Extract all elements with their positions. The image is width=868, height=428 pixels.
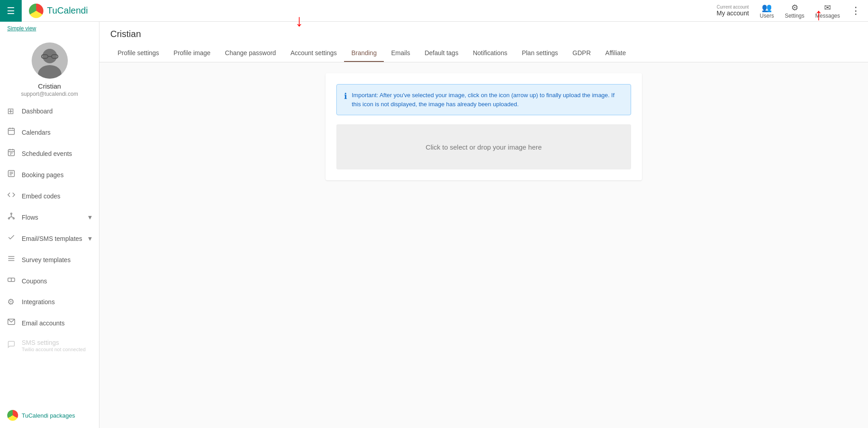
tab-account-settings[interactable]: Account settings [283, 45, 344, 62]
calendars-icon [7, 127, 16, 137]
sidebar-item-embed-codes[interactable]: Embed codes [0, 185, 99, 207]
booking-pages-icon [7, 169, 16, 180]
branding-card: ℹ Important: After you've selected your … [326, 73, 642, 180]
settings-item[interactable]: ⚙ Settings [785, 3, 804, 19]
email-sms-templates-icon [7, 233, 16, 244]
red-arrow-up: ↑ [815, 6, 823, 23]
page-title: Cristian [110, 29, 857, 39]
tc-logo-icon [7, 410, 18, 421]
sidebar-item-label: Email accounts [22, 320, 92, 327]
svg-point-22 [13, 218, 14, 219]
sidebar-item-survey-templates[interactable]: Survey templates [0, 249, 99, 270]
hamburger-icon: ☰ [7, 5, 15, 16]
image-upload-area[interactable]: Click to select or drop your image here [336, 124, 631, 169]
upload-placeholder-text: Click to select or drop your image here [426, 143, 542, 151]
svg-line-24 [9, 217, 11, 218]
users-item[interactable]: 👥 Users [760, 3, 774, 19]
simple-view-link[interactable]: Simple view [0, 22, 99, 35]
users-label: Users [760, 13, 774, 19]
user-email: support@tucalendi.com [21, 91, 78, 97]
avatar [32, 42, 68, 79]
sidebar-item-label: Integrations [22, 298, 92, 306]
user-name: Cristian [38, 82, 61, 90]
tab-plan-settings[interactable]: Plan settings [514, 45, 565, 62]
survey-templates-icon [7, 254, 16, 265]
sidebar-item-label: Scheduled events [22, 150, 92, 157]
tab-default-tags[interactable]: Default tags [417, 45, 466, 62]
sidebar-item-scheduled-events[interactable]: Scheduled events [0, 143, 99, 164]
tab-emails[interactable]: Emails [384, 45, 417, 62]
sidebar-item-label: Embed codes [22, 193, 92, 200]
sms-settings-icon [7, 340, 16, 351]
info-text: Important: After you've selected your im… [352, 91, 623, 108]
tabs: Profile settings Profile image Change pa… [110, 45, 857, 62]
tucalendi-packages-link[interactable]: TuCalendi packages [0, 403, 99, 428]
sidebar-item-integrations[interactable]: ⚙ Integrations [0, 292, 99, 312]
sidebar-item-label: Dashboard [22, 108, 92, 115]
sidebar-item-label: Flows [22, 214, 83, 221]
tab-gdpr[interactable]: GDPR [565, 45, 598, 62]
svg-line-25 [11, 217, 14, 218]
dashboard-icon: ⊞ [7, 106, 16, 116]
sidebar-item-label: Coupons [22, 277, 92, 285]
sidebar-item-sms-settings[interactable]: SMS settings Twilio account not connecte… [0, 334, 99, 357]
sms-settings-label: SMS settings [22, 339, 85, 346]
sidebar-item-label: Booking pages [22, 171, 92, 179]
avatar-image [32, 42, 68, 79]
logo: TuCalendi [22, 4, 95, 18]
coupons-icon [7, 276, 16, 286]
messages-icon: ✉ [824, 3, 831, 13]
info-box: ℹ Important: After you've selected your … [336, 84, 631, 115]
svg-rect-6 [8, 128, 14, 135]
user-section: Cristian support@tucalendi.com [0, 35, 99, 101]
sidebar-item-label: Survey templates [22, 256, 92, 263]
sidebar-item-coupons[interactable]: Coupons [0, 270, 99, 292]
content-area: ℹ Important: After you've selected your … [99, 62, 868, 191]
users-icon: 👥 [762, 3, 772, 13]
packages-label: TuCalendi packages [22, 412, 75, 419]
sidebar-item-flows[interactable]: Flows ▾ [0, 207, 99, 228]
chevron-down-icon: ▾ [88, 234, 92, 243]
tab-notifications[interactable]: Notifications [466, 45, 514, 62]
svg-point-20 [11, 213, 12, 214]
sms-settings-sub-label: Twilio account not connected [22, 347, 85, 352]
topbar-right: Current account My account 👥 Users ⚙ Set… [717, 3, 868, 19]
info-icon: ℹ [344, 91, 347, 101]
sidebar-item-dashboard[interactable]: ⊞ Dashboard [0, 101, 99, 122]
sidebar-item-calendars[interactable]: Calendars [0, 122, 99, 143]
chevron-down-icon: ▾ [88, 213, 92, 221]
logo-text: TuCalendi [47, 5, 88, 16]
sidebar-item-label: Calendars [22, 129, 92, 136]
scheduled-events-icon [7, 148, 16, 159]
flows-icon [7, 212, 16, 222]
embed-codes-icon [7, 191, 16, 201]
email-accounts-icon [7, 318, 16, 328]
settings-icon: ⚙ [791, 3, 798, 13]
tab-affiliate[interactable]: Affiliate [598, 45, 633, 62]
my-account-label: My account [717, 9, 749, 17]
tab-change-password[interactable]: Change password [218, 45, 283, 62]
tab-profile-image[interactable]: Profile image [166, 45, 218, 62]
main-content: Cristian Profile settings Profile image … [99, 0, 868, 428]
logo-icon [29, 4, 43, 18]
sidebar-item-booking-pages[interactable]: Booking pages [0, 164, 99, 185]
sidebar-item-email-sms-templates[interactable]: Email/SMS templates ▾ [0, 228, 99, 249]
sidebar: Simple view Cristian support@tucalendi.c… [0, 0, 99, 428]
svg-point-21 [8, 218, 9, 219]
integrations-icon: ⚙ [7, 297, 16, 307]
sidebar-item-email-accounts[interactable]: Email accounts [0, 312, 99, 334]
current-account-item[interactable]: Current account My account [717, 5, 749, 17]
topbar: ☰ TuCalendi Current account My account 👥… [0, 0, 868, 22]
page-header: Cristian Profile settings Profile image … [99, 22, 868, 62]
settings-label: Settings [785, 13, 804, 19]
current-account-label: Current account [717, 5, 749, 9]
more-button[interactable]: ⋮ [851, 5, 861, 17]
sidebar-item-label: Email/SMS templates [22, 235, 83, 242]
tab-profile-settings[interactable]: Profile settings [110, 45, 166, 62]
tab-branding[interactable]: Branding [344, 45, 384, 62]
menu-button[interactable]: ☰ [0, 0, 22, 22]
red-arrow-down: ↓ [295, 13, 303, 29]
